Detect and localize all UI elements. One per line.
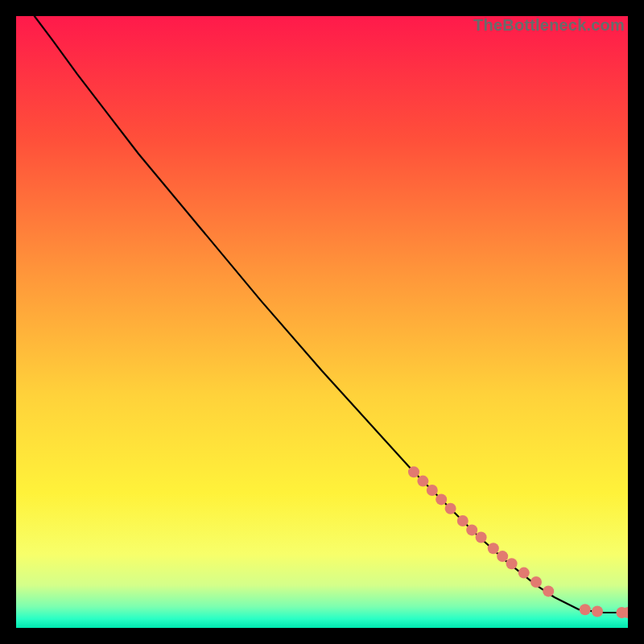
data-point — [488, 543, 499, 554]
data-point — [436, 493, 447, 505]
data-point — [518, 568, 530, 579]
data-point — [530, 576, 542, 588]
data-point — [580, 604, 591, 615]
data-point — [466, 524, 477, 535]
data-point — [497, 551, 508, 562]
watermark-label: TheBottleneck.com — [473, 16, 625, 35]
data-point — [408, 466, 419, 477]
gradient-background — [16, 16, 628, 628]
data-point — [592, 605, 603, 617]
data-point — [457, 515, 469, 526]
data-point — [445, 503, 456, 514]
data-point — [427, 485, 438, 496]
chart-plot — [16, 16, 628, 628]
data-point — [506, 558, 518, 569]
data-point — [417, 476, 428, 487]
chart-frame: TheBottleneck.com — [16, 16, 628, 628]
data-point — [476, 532, 487, 543]
data-point — [543, 585, 554, 597]
